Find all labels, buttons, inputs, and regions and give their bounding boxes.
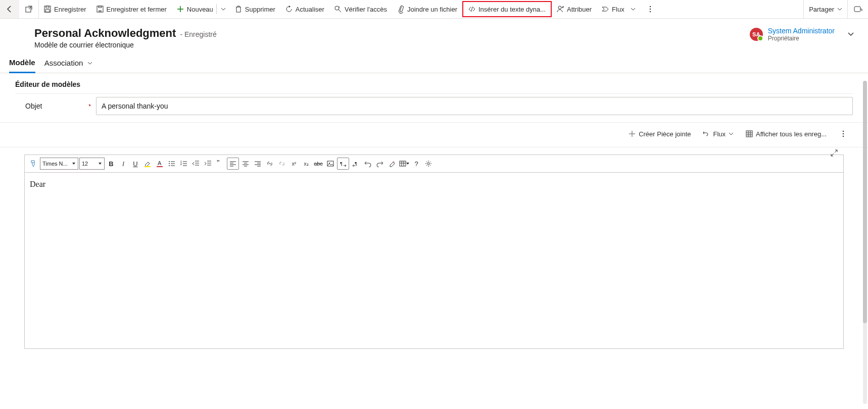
assign-label: Attribuer xyxy=(567,6,592,13)
check-access-button[interactable]: Vérifier l'accès xyxy=(329,0,392,18)
format-painter-button[interactable] xyxy=(28,158,39,169)
assign-button[interactable]: Attribuer xyxy=(552,0,597,18)
scrollbar[interactable] xyxy=(863,81,867,404)
subject-input[interactable] xyxy=(96,97,853,115)
svg-point-21 xyxy=(169,165,170,166)
share-button[interactable]: Partager xyxy=(804,0,847,18)
image-icon xyxy=(327,160,334,167)
editor-section: Éditeur de modèles Objet * xyxy=(0,73,868,122)
highlight-button[interactable] xyxy=(142,158,153,169)
number-list-button[interactable]: 12 xyxy=(178,158,189,169)
flow-icon xyxy=(703,130,710,137)
table-icon xyxy=(399,160,406,167)
create-attachment-label: Créer Pièce jointe xyxy=(639,130,691,138)
save-close-button[interactable]: Enregistrer et fermer xyxy=(91,0,172,18)
assistant-button[interactable] xyxy=(848,0,868,18)
clear-format-button[interactable] xyxy=(387,158,398,169)
show-all-records-button[interactable]: Afficher tous les enreg... xyxy=(741,126,832,142)
bold-icon: B xyxy=(109,160,113,168)
attachment-toolbar: Créer Pièce jointe Flux Afficher tous le… xyxy=(0,122,868,147)
blockquote-button[interactable]: ” xyxy=(215,158,226,169)
numbers-icon: 12 xyxy=(180,160,187,167)
bullets-icon xyxy=(168,160,175,167)
italic-button[interactable]: I xyxy=(118,158,129,169)
overflow-button[interactable] xyxy=(641,0,660,18)
settings-button[interactable] xyxy=(423,158,434,169)
entity-name: Modèle de courrier électronique xyxy=(34,41,217,49)
strikethrough-button[interactable]: abc xyxy=(313,158,324,169)
form-tabs: Modèle Association xyxy=(0,49,868,73)
subscript-button[interactable]: x₂ xyxy=(301,158,312,169)
chevron-down-icon xyxy=(631,7,636,12)
font-size-select[interactable]: 12 xyxy=(79,158,105,170)
popout-icon xyxy=(25,6,32,13)
indent-button[interactable] xyxy=(203,158,214,169)
refresh-button[interactable]: Actualiser xyxy=(280,0,329,18)
align-left-button[interactable] xyxy=(227,158,239,170)
expand-editor-button[interactable] xyxy=(831,149,838,158)
chevron-down-icon[interactable] xyxy=(848,31,854,37)
tab-association[interactable]: Association xyxy=(44,59,92,72)
caret-down-icon xyxy=(406,162,409,165)
svg-rect-3 xyxy=(45,10,50,12)
font-color-button[interactable]: A xyxy=(154,158,165,169)
ltr-button[interactable]: ¶ xyxy=(337,158,349,170)
attach-file-button[interactable]: Joindre un fichier xyxy=(392,0,462,18)
font-size-value: 12 xyxy=(82,161,88,167)
font-color-icon: A xyxy=(156,160,163,167)
show-all-label: Afficher tous les enreg... xyxy=(756,130,827,138)
save-button[interactable]: Enregistrer xyxy=(39,0,91,18)
svg-text:¶: ¶ xyxy=(340,161,343,166)
svg-point-7 xyxy=(558,6,561,9)
svg-rect-25 xyxy=(327,161,333,166)
outdent-button[interactable] xyxy=(190,158,202,169)
new-dropdown[interactable] xyxy=(217,0,230,18)
rtl-button[interactable]: ¶ xyxy=(350,158,361,169)
overflow-button-sub[interactable] xyxy=(834,126,853,142)
align-center-button[interactable] xyxy=(240,158,251,169)
bullet-list-button[interactable] xyxy=(166,158,177,169)
bold-button[interactable]: B xyxy=(106,158,117,169)
flow-button[interactable]: Flux xyxy=(597,0,641,18)
unlink-button[interactable] xyxy=(276,158,287,169)
superscript-button[interactable]: x² xyxy=(288,158,300,169)
svg-rect-5 xyxy=(99,6,102,8)
popout-button[interactable] xyxy=(19,0,38,18)
delete-button[interactable]: Supprimer xyxy=(230,0,280,18)
subject-label-text: Objet xyxy=(25,102,42,110)
table-button[interactable] xyxy=(399,158,410,169)
help-button[interactable]: ? xyxy=(411,158,422,169)
image-button[interactable] xyxy=(325,158,336,169)
svg-point-13 xyxy=(843,131,844,132)
align-right-button[interactable] xyxy=(252,158,263,169)
svg-text:A: A xyxy=(158,160,162,166)
svg-text:2: 2 xyxy=(180,163,182,166)
owner-block[interactable]: SA System Administrator Propriétaire xyxy=(750,27,859,42)
font-family-select[interactable]: Times N... xyxy=(40,158,78,170)
undo-button[interactable] xyxy=(362,158,373,169)
underline-button[interactable]: U xyxy=(130,158,141,169)
align-right-icon xyxy=(254,160,261,167)
back-icon xyxy=(6,6,13,13)
delete-label: Supprimer xyxy=(245,6,275,13)
rtl-icon: ¶ xyxy=(352,160,359,167)
svg-point-8 xyxy=(649,6,650,7)
insert-dynamic-text-button[interactable]: Insérer du texte dyna... xyxy=(462,1,552,17)
more-vertical-icon xyxy=(840,130,847,137)
plus-icon xyxy=(629,130,636,137)
flow-button-sub[interactable]: Flux xyxy=(698,126,739,142)
required-indicator: * xyxy=(88,103,91,110)
back-button[interactable] xyxy=(0,0,19,18)
svg-rect-11 xyxy=(854,7,860,12)
link-button[interactable] xyxy=(264,158,275,169)
new-button[interactable]: Nouveau xyxy=(172,0,216,18)
editor-body[interactable]: Dear xyxy=(25,173,843,348)
scroll-thumb[interactable] xyxy=(863,81,867,323)
create-attachment-button[interactable]: Créer Pièce jointe xyxy=(623,126,696,142)
undo-icon xyxy=(364,160,371,167)
check-access-label: Vérifier l'accès xyxy=(345,6,387,13)
tab-modele[interactable]: Modèle xyxy=(9,58,35,73)
help-icon: ? xyxy=(414,160,418,168)
svg-rect-16 xyxy=(144,166,151,167)
redo-button[interactable] xyxy=(374,158,385,169)
